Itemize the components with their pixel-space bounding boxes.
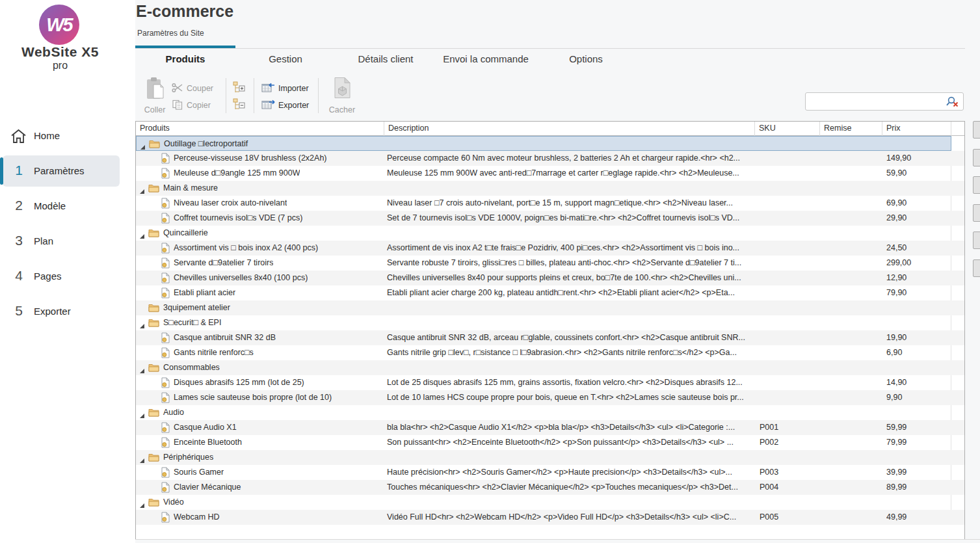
expand-arrow-icon[interactable] — [139, 185, 145, 191]
product-icon — [161, 377, 170, 391]
expand-arrow-icon[interactable] — [139, 499, 145, 505]
column-header-sku[interactable]: SKU — [755, 122, 820, 136]
export-button[interactable]: Exporter — [261, 98, 309, 113]
product-row[interactable]: Lames scie sauteuse bois propre (lot de … — [136, 390, 964, 405]
product-row[interactable]: Servante d□9atelier 7 tiroirs Servante r… — [136, 256, 964, 271]
product-row[interactable]: Etabli pliant acier Etabli pliant acier … — [136, 285, 964, 300]
sidebar-item-exporter[interactable]: 5 Exporter — [0, 295, 135, 328]
expand-arrow-icon[interactable] — [139, 230, 145, 236]
product-row[interactable]: Enceinte Bluetooth Son puissant<hr> <h2>… — [136, 435, 964, 450]
scissors-icon — [172, 83, 183, 95]
tab-envoi-la-commande[interactable]: Envoi la commande — [436, 46, 536, 72]
import-button[interactable]: Importer — [261, 81, 309, 96]
side-action-button-cutoff[interactable] — [973, 259, 980, 277]
tab-produits[interactable]: Produits — [135, 46, 235, 72]
collapse-all-button[interactable] — [232, 97, 246, 113]
product-row[interactable]: Coffret tournevis isol□s VDE (7 pcs) Set… — [136, 211, 964, 226]
tab-details-client[interactable]: Détails client — [336, 46, 436, 72]
product-row[interactable]: Disques abrasifs 125 mm (lot de 25) Lot … — [136, 375, 964, 390]
product-row[interactable]: Souris Gamer Haute précision<hr> <h2>Sou… — [136, 465, 964, 480]
product-row[interactable]: Perceuse-visseuse 18V brushless (2x2Ah) … — [136, 151, 964, 166]
product-row[interactable]: Chevilles universelles 8x40 (100 pcs) Ch… — [136, 271, 964, 285]
category-row[interactable]: Audio — [136, 405, 964, 420]
sidebar-item-home[interactable]: Home — [0, 120, 135, 152]
window-bottom-edge — [0, 539, 980, 540]
product-row[interactable]: Casque Audio X1 bla bla<hr> <h2>Casque A… — [136, 420, 964, 435]
sidebar-item-number: 5 — [10, 303, 27, 319]
product-description: Assortiment de vis inox A2 t□te frais□e … — [387, 241, 752, 256]
category-name: S□ecurit□ & EPI — [163, 315, 221, 330]
expand-arrow-icon[interactable] — [139, 320, 145, 326]
product-description: Vidéo Full HD<hr> <h2>Webcam HD</h2> <p>… — [387, 510, 752, 525]
product-sku — [760, 211, 819, 226]
sidebar-item-plan[interactable]: 3 Plan — [0, 225, 135, 258]
expand-all-button[interactable] — [232, 80, 246, 96]
side-action-button-cutoff[interactable] — [973, 232, 980, 249]
product-row[interactable]: Assortiment vis □ bois inox A2 (400 pcs)… — [136, 241, 964, 256]
category-name: Vidéo — [163, 495, 184, 510]
product-name: Lames scie sauteuse bois propre (lot de … — [174, 390, 332, 405]
search-clear-icon[interactable] — [946, 96, 960, 111]
paste-button[interactable]: Coller — [140, 77, 169, 114]
column-header-description[interactable]: Description — [384, 122, 755, 136]
product-description: Servante robuste 7 tiroirs, glissi□res □… — [387, 256, 752, 271]
cut-button[interactable]: Couper — [172, 81, 213, 96]
column-header-remise[interactable]: Remise — [820, 122, 882, 136]
product-row[interactable]: Webcam HD Vidéo Full HD<hr> <h2>Webcam H… — [136, 510, 964, 525]
product-price: 79,90 — [886, 285, 949, 300]
category-row[interactable]: Vidéo — [136, 495, 964, 510]
sidebar-item-number: 3 — [10, 233, 27, 248]
product-icon — [161, 287, 170, 301]
expand-arrow-icon[interactable] — [139, 410, 145, 416]
expand-arrow-icon[interactable] — [140, 141, 146, 147]
product-icon — [161, 272, 170, 286]
product-price: 89,99 — [886, 480, 949, 495]
sidebar-item-parametres[interactable]: 1 Paramètres — [0, 155, 135, 187]
product-description: bla bla<hr> <h2>Casque Audio X1</h2> <p>… — [387, 420, 752, 435]
copy-icon — [172, 99, 183, 112]
category-row[interactable]: Périphériques — [136, 450, 964, 465]
product-row[interactable]: Meuleuse d□9angle 125 mm 900W Meuleuse 1… — [136, 166, 964, 181]
search-input[interactable] — [810, 94, 944, 109]
hide-button[interactable]: Cacher — [328, 77, 356, 114]
expand-arrow-icon[interactable] — [139, 455, 145, 460]
tab-gestion[interactable]: Gestion — [235, 46, 336, 72]
column-header-produits[interactable]: Produits — [136, 122, 384, 136]
side-action-button-cutoff[interactable] — [973, 204, 980, 222]
website-x5-logo-icon: W5 — [39, 5, 79, 45]
side-action-button-cutoff[interactable] — [973, 121, 980, 139]
product-row[interactable]: Casque antibruit SNR 32 dB Casque antibr… — [136, 330, 964, 345]
side-action-button-cutoff[interactable] — [973, 149, 980, 166]
copy-button[interactable]: Copier — [172, 98, 211, 113]
product-row[interactable]: Gants nitrile renforc□s Gants nitrile gr… — [136, 345, 964, 360]
category-row[interactable]: Consommables — [136, 360, 964, 375]
product-price: 79,99 — [886, 435, 949, 450]
sidebar-item-modele[interactable]: 2 Modèle — [0, 190, 135, 222]
product-name: Perceuse-visseuse 18V brushless (2x2Ah) — [174, 151, 327, 166]
sidebar-item-label: Home — [34, 130, 60, 141]
category-row[interactable]: Quincaillerie — [136, 226, 964, 241]
product-name: Niveau laser croix auto-nivelant — [174, 196, 287, 211]
product-remise — [823, 420, 882, 435]
product-name: Gants nitrile renforc□s — [174, 345, 254, 360]
toolbar-separator — [318, 78, 319, 113]
category-row[interactable]: Main & mesure — [136, 181, 964, 196]
category-row[interactable]: S□ecurit□ & EPI — [136, 315, 964, 330]
product-row[interactable]: Clavier Mécanique Touches mécaniques<hr>… — [136, 480, 964, 495]
tab-options[interactable]: Options — [536, 46, 636, 72]
column-header-prix[interactable]: Prix — [882, 122, 951, 136]
product-description: Set de 7 tournevis isol□s VDE 1000V, poi… — [387, 211, 752, 226]
expand-arrow-icon[interactable] — [139, 365, 145, 371]
product-price: 59,90 — [886, 166, 949, 181]
product-description: Lot de 25 disques abrasifs 125 mm, grain… — [387, 375, 752, 390]
sidebar-item-label: Paramètres — [34, 165, 85, 176]
product-name: Coffret tournevis isol□s VDE (7 pcs) — [174, 211, 302, 226]
side-action-button-cutoff[interactable] — [973, 176, 980, 194]
category-row[interactable]: Outillage □lectroportatif — [136, 136, 951, 151]
category-row[interactable]: 3quipement atelier — [136, 300, 964, 315]
sidebar-item-pages[interactable]: 4 Pages — [0, 260, 135, 293]
product-icon — [161, 332, 170, 346]
product-icon — [161, 198, 170, 211]
product-sku: P002 — [760, 435, 819, 450]
product-row[interactable]: Niveau laser croix auto-nivelant Niveau … — [136, 196, 964, 211]
